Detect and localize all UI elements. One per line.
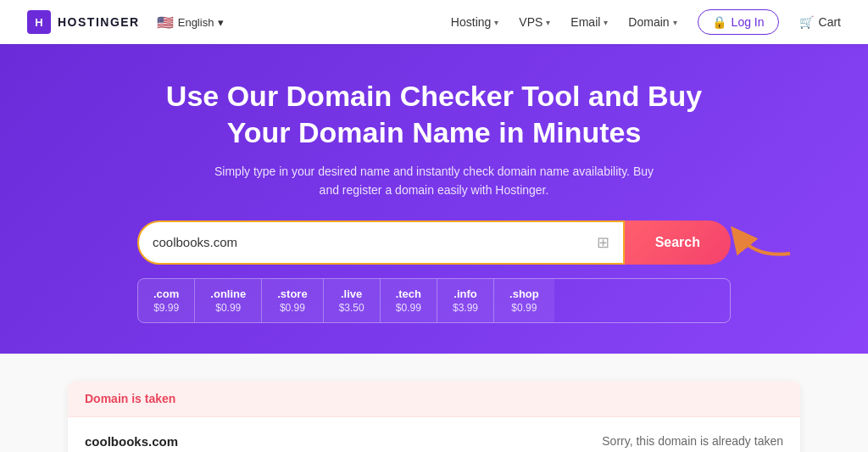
- chevron-down-icon: ▾: [494, 18, 498, 27]
- result-card: Domain is taken coolbooks.com Sorry, thi…: [68, 381, 800, 452]
- filter-icon[interactable]: ⊞: [597, 233, 609, 252]
- arrow-annotation: [731, 220, 798, 265]
- result-body: coolbooks.com Sorry, this domain is alre…: [68, 417, 800, 452]
- nav-email[interactable]: Email ▾: [570, 15, 608, 29]
- search-button[interactable]: Search: [625, 220, 731, 265]
- lock-icon: 🔒: [712, 15, 726, 29]
- tld-tech[interactable]: .tech $0.99: [381, 279, 437, 322]
- chevron-down-icon: ▾: [546, 18, 550, 27]
- chevron-down-icon: ▾: [604, 18, 608, 27]
- search-row: ⊞ Search: [137, 220, 731, 265]
- result-status-header: Domain is taken: [85, 392, 175, 405]
- logo-text: HOSTINGER: [58, 15, 140, 29]
- language-label: English: [178, 16, 214, 29]
- hero-section: Use Our Domain Checker Tool and Buy Your…: [0, 44, 868, 354]
- results-section: Domain is taken coolbooks.com Sorry, thi…: [0, 354, 868, 452]
- hero-subtitle: Simply type in your desired name and ins…: [214, 162, 654, 200]
- logo[interactable]: H HOSTINGER: [27, 10, 140, 34]
- tld-store[interactable]: .store $0.99: [262, 279, 323, 322]
- tld-online[interactable]: .online $0.99: [195, 279, 262, 322]
- tld-shop[interactable]: .shop $0.99: [494, 279, 554, 322]
- nav-domain[interactable]: Domain ▾: [628, 15, 676, 29]
- nav-right: Hosting ▾ VPS ▾ Email ▾ Domain ▾ 🔒 Log I…: [451, 9, 841, 35]
- tld-info[interactable]: .info $3.99: [437, 279, 494, 322]
- nav-hosting[interactable]: Hosting ▾: [451, 15, 498, 29]
- chevron-down-icon: [218, 16, 224, 29]
- domain-search-input[interactable]: [153, 235, 597, 249]
- flag-icon: 🇺🇸: [157, 14, 174, 31]
- result-status-text: Sorry, this domain is already taken: [602, 434, 783, 448]
- cart-button[interactable]: 🛒 Cart: [799, 15, 841, 29]
- nav-left: H HOSTINGER 🇺🇸 English: [27, 10, 224, 34]
- arrow-icon: [731, 220, 798, 262]
- result-domain: coolbooks.com: [85, 434, 178, 449]
- language-selector[interactable]: 🇺🇸 English: [157, 14, 225, 31]
- login-button[interactable]: 🔒 Log In: [698, 9, 779, 35]
- hero-title: Use Our Domain Checker Tool and Buy Your…: [146, 78, 722, 150]
- search-input-wrap: ⊞: [137, 220, 625, 265]
- search-area: ⊞ Search: [137, 220, 731, 323]
- nav-vps[interactable]: VPS ▾: [519, 15, 550, 29]
- tld-options: .com $9.99 .online $0.99 .store $0.99 .l…: [137, 278, 731, 323]
- tld-com[interactable]: .com $9.99: [138, 279, 195, 322]
- result-header: Domain is taken: [68, 381, 800, 417]
- cart-icon: 🛒: [799, 15, 814, 29]
- chevron-down-icon: ▾: [673, 18, 677, 27]
- tld-live[interactable]: .live $3.50: [324, 279, 381, 322]
- logo-icon: H: [27, 10, 51, 34]
- navbar: H HOSTINGER 🇺🇸 English Hosting ▾ VPS ▾ E…: [0, 0, 868, 44]
